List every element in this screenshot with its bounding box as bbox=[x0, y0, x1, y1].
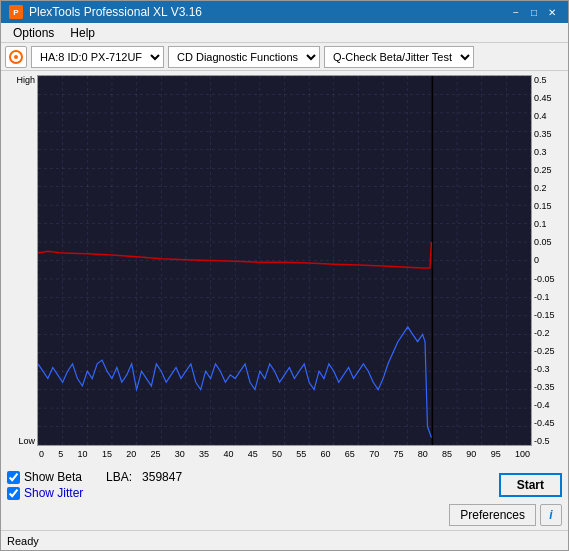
show-jitter-item: Show Jitter bbox=[7, 486, 182, 500]
x-label: 90 bbox=[466, 449, 476, 459]
chart-canvas bbox=[38, 76, 531, 445]
x-label: 45 bbox=[248, 449, 258, 459]
y-label-low: Low bbox=[18, 436, 35, 446]
y-label-high: High bbox=[16, 75, 35, 85]
x-label: 60 bbox=[321, 449, 331, 459]
y-right-label: -0.45 bbox=[534, 418, 555, 428]
status-text: Ready bbox=[7, 535, 39, 547]
y-right-label: 0.5 bbox=[534, 75, 547, 85]
close-button[interactable]: ✕ bbox=[544, 5, 560, 19]
svg-text:P: P bbox=[13, 8, 19, 17]
chart-container: High Low 0.50.450.40.350.30.250.20.150.1… bbox=[5, 75, 564, 446]
y-right-label: 0.05 bbox=[534, 237, 552, 247]
lba-label: LBA: bbox=[106, 470, 132, 484]
x-label: 70 bbox=[369, 449, 379, 459]
y-right-label: -0.3 bbox=[534, 364, 550, 374]
title-controls: − □ ✕ bbox=[508, 5, 560, 19]
chart-canvas-container bbox=[37, 75, 532, 446]
x-label: 100 bbox=[515, 449, 530, 459]
x-label: 55 bbox=[296, 449, 306, 459]
left-controls: Show Beta LBA: 359847 Show Jitter bbox=[7, 470, 182, 500]
info-button[interactable]: i bbox=[540, 504, 562, 526]
y-right-label: -0.35 bbox=[534, 382, 555, 392]
maximize-button[interactable]: □ bbox=[526, 5, 542, 19]
start-button[interactable]: Start bbox=[499, 473, 562, 497]
show-jitter-checkbox[interactable] bbox=[7, 487, 20, 500]
y-right-label: -0.25 bbox=[534, 346, 555, 356]
y-right-label: 0.25 bbox=[534, 165, 552, 175]
menu-bar: Options Help bbox=[1, 23, 568, 43]
minimize-button[interactable]: − bbox=[508, 5, 524, 19]
info-icon: i bbox=[549, 508, 552, 522]
x-label: 10 bbox=[78, 449, 88, 459]
x-label: 40 bbox=[223, 449, 233, 459]
test-select[interactable]: Q-Check Beta/Jitter Test bbox=[324, 46, 474, 68]
y-axis-right: 0.50.450.40.350.30.250.20.150.10.050-0.0… bbox=[532, 75, 564, 446]
x-label: 80 bbox=[418, 449, 428, 459]
app-icon: P bbox=[9, 5, 23, 19]
y-right-label: 0.35 bbox=[534, 129, 552, 139]
x-label: 65 bbox=[345, 449, 355, 459]
y-right-label: -0.2 bbox=[534, 328, 550, 338]
y-right-label: -0.1 bbox=[534, 292, 550, 302]
toolbar: HA:8 ID:0 PX-712UF CD Diagnostic Functio… bbox=[1, 43, 568, 71]
x-label: 15 bbox=[102, 449, 112, 459]
y-right-label: 0.45 bbox=[534, 93, 552, 103]
x-label: 35 bbox=[199, 449, 209, 459]
menu-help[interactable]: Help bbox=[62, 24, 103, 42]
title-bar: P PlexTools Professional XL V3.16 − □ ✕ bbox=[1, 1, 568, 23]
window-title: PlexTools Professional XL V3.16 bbox=[29, 5, 202, 19]
right-controls: Start bbox=[499, 473, 562, 497]
chart-area: High Low 0.50.450.40.350.30.250.20.150.1… bbox=[1, 71, 568, 466]
lba-value: 359847 bbox=[142, 470, 182, 484]
y-right-label: 0.2 bbox=[534, 183, 547, 193]
y-axis-left: High Low bbox=[5, 75, 37, 446]
x-label: 0 bbox=[39, 449, 44, 459]
show-beta-item: Show Beta LBA: 359847 bbox=[7, 470, 182, 484]
x-label: 85 bbox=[442, 449, 452, 459]
drive-select[interactable]: HA:8 ID:0 PX-712UF bbox=[31, 46, 164, 68]
y-right-label: 0.3 bbox=[534, 147, 547, 157]
x-label: 50 bbox=[272, 449, 282, 459]
x-label: 25 bbox=[150, 449, 160, 459]
y-right-label: -0.4 bbox=[534, 400, 550, 410]
preferences-button[interactable]: Preferences bbox=[449, 504, 536, 526]
y-right-label: 0 bbox=[534, 255, 539, 265]
x-label: 5 bbox=[58, 449, 63, 459]
y-right-label: 0.4 bbox=[534, 111, 547, 121]
y-right-label: -0.15 bbox=[534, 310, 555, 320]
status-bar: Ready bbox=[1, 530, 568, 550]
y-right-label: -0.5 bbox=[534, 436, 550, 446]
y-right-label: -0.05 bbox=[534, 274, 555, 284]
show-beta-checkbox[interactable] bbox=[7, 471, 20, 484]
show-beta-label: Show Beta bbox=[24, 470, 82, 484]
x-label: 20 bbox=[126, 449, 136, 459]
function-select[interactable]: CD Diagnostic Functions bbox=[168, 46, 320, 68]
svg-point-3 bbox=[14, 55, 18, 59]
x-axis: 0510152025303540455055606570758085909510… bbox=[37, 446, 532, 462]
drive-icon-btn[interactable] bbox=[5, 46, 27, 68]
y-right-label: 0.15 bbox=[534, 201, 552, 211]
x-label: 30 bbox=[175, 449, 185, 459]
show-jitter-label: Show Jitter bbox=[24, 486, 83, 500]
y-right-label: 0.1 bbox=[534, 219, 547, 229]
x-label: 95 bbox=[491, 449, 501, 459]
title-bar-left: P PlexTools Professional XL V3.16 bbox=[9, 5, 202, 19]
bottom-controls: Show Beta LBA: 359847 Show Jitter Start bbox=[1, 466, 568, 504]
menu-options[interactable]: Options bbox=[5, 24, 62, 42]
x-label: 75 bbox=[393, 449, 403, 459]
main-window: P PlexTools Professional XL V3.16 − □ ✕ … bbox=[0, 0, 569, 551]
preferences-row: Preferences i bbox=[1, 504, 568, 530]
